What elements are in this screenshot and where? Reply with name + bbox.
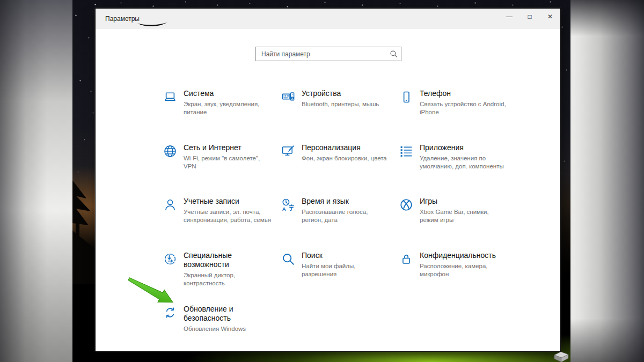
category-time-language[interactable]: Время и язык Распознавание голоса, регио… — [281, 197, 399, 251]
category-subtitle: Связать устройство с Android, iPhone — [420, 100, 511, 116]
category-title: Телефон — [420, 89, 511, 98]
category-subtitle: Bluetooth, принтеры, мышь — [302, 100, 393, 108]
personalization-icon — [281, 144, 295, 158]
category-personalization[interactable]: Персонализация Фон, экран блокировки, цв… — [281, 143, 399, 197]
category-subtitle: Экран, звук, уведомления, питание — [184, 100, 275, 116]
devices-icon — [281, 90, 295, 104]
category-title: Система — [184, 89, 275, 98]
category-privacy[interactable]: Конфиденциальность Расположение, камера,… — [399, 251, 517, 305]
background-gradient-left — [0, 0, 72, 362]
category-subtitle: Распознавание голоса, регион, дата — [302, 208, 393, 224]
category-accessibility[interactable]: Специальные возможности Экранный диктор,… — [163, 251, 281, 305]
close-button[interactable]: ✕ — [540, 9, 560, 25]
globe-icon — [163, 144, 177, 158]
category-title: Учетные записи — [184, 197, 275, 206]
category-search[interactable]: Поиск Найти мои файлы, разрешения — [281, 251, 399, 305]
window-controls: — □ ✕ — [499, 9, 560, 25]
category-apps[interactable]: Приложения Удаление, значения по умолчан… — [399, 143, 517, 197]
search-icon — [386, 50, 401, 58]
minimize-icon: — — [506, 13, 513, 20]
category-title: Обновление и безопасность — [184, 305, 275, 323]
person-icon — [163, 198, 177, 212]
category-gaming[interactable]: Игры Xbox Game Bar, снимки, режим игры — [399, 197, 517, 251]
category-subtitle: Обновления Windows — [184, 325, 275, 333]
settings-grid: Система Экран, звук, уведомления, питани… — [163, 89, 517, 359]
category-title: Время и язык — [302, 197, 393, 206]
clock-language-icon — [281, 198, 295, 212]
category-subtitle: Экранный диктор, контрастность — [184, 271, 275, 287]
category-update-security[interactable]: Обновление и безопасность Обновления Win… — [163, 305, 281, 359]
settings-search-box — [255, 47, 401, 61]
background-gradient-right — [570, 0, 644, 362]
category-network-internet[interactable]: Сеть и Интернет Wi-Fi, режим "в самолете… — [163, 143, 281, 197]
stars — [72, 0, 73, 1]
category-subtitle: Учетные записи, эл. почта, синхронизация… — [184, 208, 275, 224]
settings-search-input[interactable] — [256, 50, 386, 58]
category-title: Персонализация — [302, 143, 393, 152]
category-subtitle: Wi-Fi, режим "в самолете", VPN — [184, 154, 275, 171]
settings-window: Параметры — □ ✕ — [95, 8, 561, 352]
category-phone[interactable]: Телефон Связать устройство с Android, iP… — [399, 89, 517, 143]
window-titlebar[interactable]: Параметры — □ ✕ — [96, 9, 560, 29]
category-title: Приложения — [420, 143, 511, 152]
maximize-icon: □ — [528, 13, 531, 20]
category-subtitle: Расположение, камера, микрофон — [420, 262, 511, 278]
lock-icon — [399, 252, 413, 266]
category-title: Игры — [420, 197, 511, 206]
search-icon — [281, 252, 295, 266]
apps-icon — [399, 144, 413, 158]
sync-icon — [163, 306, 177, 320]
category-accounts[interactable]: Учетные записи Учетные записи, эл. почта… — [163, 197, 281, 251]
maximize-button[interactable]: □ — [519, 9, 540, 25]
category-subtitle: Найти мои файлы, разрешения — [302, 262, 393, 278]
close-icon: ✕ — [547, 13, 553, 20]
category-title: Конфиденциальность — [420, 251, 511, 260]
ink-swoosh-mark — [136, 20, 169, 29]
category-title: Сеть и Интернет — [184, 143, 275, 152]
category-subtitle: Удаление, значения по умолчанию, доп. ко… — [420, 154, 511, 171]
category-subtitle: Фон, экран блокировки, цвета — [302, 154, 393, 162]
accessibility-icon — [163, 252, 177, 266]
phone-icon — [399, 90, 413, 104]
category-subtitle: Xbox Game Bar, снимки, режим игры — [420, 208, 511, 224]
category-devices[interactable]: Устройства Bluetooth, принтеры, мышь — [281, 89, 399, 143]
minimize-button[interactable]: — — [499, 9, 519, 25]
laptop-icon — [163, 90, 177, 104]
desktop: Параметры — □ ✕ — [0, 0, 644, 362]
category-title: Поиск — [302, 251, 393, 260]
window-title: Параметры — [105, 15, 140, 23]
category-title: Устройства — [302, 89, 393, 98]
xbox-icon — [399, 198, 413, 212]
category-system[interactable]: Система Экран, звук, уведомления, питани… — [163, 89, 281, 143]
category-title: Специальные возможности — [184, 251, 275, 269]
